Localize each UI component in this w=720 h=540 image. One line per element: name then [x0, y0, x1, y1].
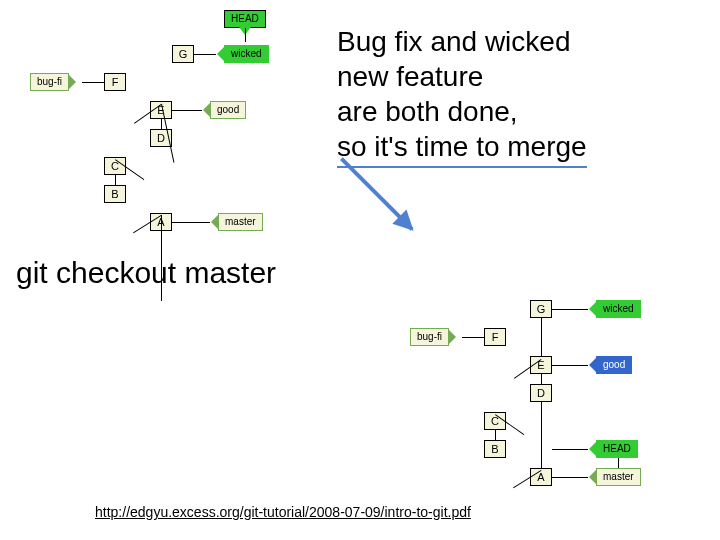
commit-d2: D — [530, 384, 552, 402]
commit-g: G — [172, 45, 194, 63]
ref-wicked: wicked — [224, 45, 269, 63]
title-line1: Bug fix and wicked — [337, 26, 570, 57]
git-diagram-before: HEAD A B C D E F G wicked good bug-fi ma… — [20, 10, 300, 240]
ref-head2: HEAD — [596, 440, 638, 458]
ref-wicked2: wicked — [596, 300, 641, 318]
title-text: Bug fix and wicked new feature are both … — [337, 24, 587, 168]
commit-f: F — [104, 73, 126, 91]
git-command: git checkout master — [16, 256, 276, 290]
commit-b: B — [104, 185, 126, 203]
title-line4: so it's time to merge — [337, 129, 587, 168]
ref-good: good — [210, 101, 246, 119]
git-diagram-after: A B C D E F G wicked good bug-fi HEAD ma… — [400, 270, 710, 500]
title-line2: new feature — [337, 61, 483, 92]
ref-bugfi2: bug-fi — [410, 328, 449, 346]
commit-g2: G — [530, 300, 552, 318]
ref-good2: good — [596, 356, 632, 374]
head-label: HEAD — [224, 10, 266, 28]
title-line3: are both done, — [337, 96, 518, 127]
footer-link[interactable]: http://edgyu.excess.org/git-tutorial/200… — [95, 504, 471, 520]
ref-bugfi: bug-fi — [30, 73, 69, 91]
ref-master: master — [218, 213, 263, 231]
arrow-icon — [340, 157, 414, 231]
commit-f2: F — [484, 328, 506, 346]
commit-b2: B — [484, 440, 506, 458]
ref-master2: master — [596, 468, 641, 486]
